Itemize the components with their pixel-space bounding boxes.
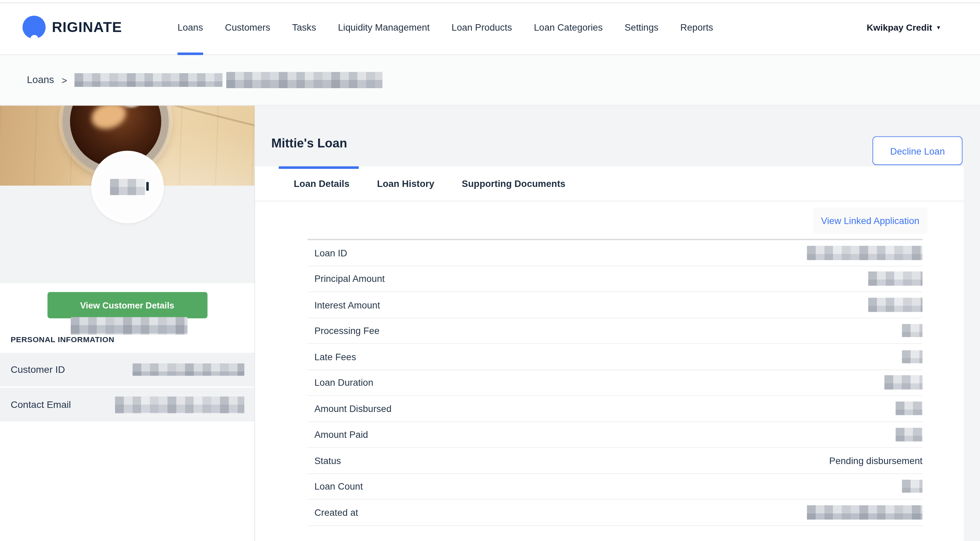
content-region: View Customer Details PERSONAL INFORMATI… — [0, 105, 980, 541]
tab-loan-details[interactable]: Loan Details — [294, 178, 350, 188]
table-row-loan-id: Loan ID — [308, 240, 923, 266]
account-menu[interactable]: Kwikpay Credit ▾ — [867, 22, 940, 32]
chevron-down-icon: ▾ — [937, 24, 940, 30]
customer-id-row: Customer ID — [0, 353, 255, 386]
row-label: Loan Duration — [314, 377, 373, 388]
row-label: Amount Paid — [314, 429, 368, 440]
customer-name-redacted — [71, 317, 188, 334]
loan-header: Mittie's Loan Decline Loan — [255, 105, 980, 166]
app-window: RIGINATE Loans Customers Tasks Liquidity… — [0, 0, 980, 541]
top-nav-bar: RIGINATE Loans Customers Tasks Liquidity… — [0, 0, 980, 55]
redacted-value — [902, 350, 923, 363]
primary-nav: Loans Customers Tasks Liquidity Manageme… — [178, 0, 713, 55]
customer-id-label: Customer ID — [11, 364, 65, 375]
breadcrumb-separator: > — [62, 75, 67, 85]
table-row-interest-amount: Interest Amount — [308, 292, 923, 318]
loan-card: Loan Details Loan History Supporting Doc… — [255, 166, 964, 541]
row-label: Processing Fee — [314, 326, 379, 336]
breadcrumb-redacted-segment — [75, 73, 223, 87]
row-label: Status — [314, 455, 341, 466]
loan-main-area: Mittie's Loan Decline Loan Loan Details … — [255, 105, 980, 541]
redacted-value — [902, 480, 923, 493]
active-tab-indicator — [279, 166, 359, 169]
contact-email-label: Contact Email — [11, 399, 71, 410]
tab-supporting-documents[interactable]: Supporting Documents — [462, 178, 566, 188]
table-row-loan-count: Loan Count — [308, 474, 923, 500]
row-label: Principal Amount — [314, 273, 385, 284]
avatar-initials-fragment — [146, 182, 149, 191]
row-label: Created at — [314, 507, 358, 517]
table-row-amount-disbursed: Amount Disbursed — [308, 396, 923, 422]
nav-item-tasks[interactable]: Tasks — [292, 0, 316, 55]
redacted-value — [896, 428, 923, 441]
logo-circle-icon — [22, 16, 46, 39]
table-row-principal-amount: Principal Amount — [308, 266, 923, 292]
brand-logo[interactable]: RIGINATE — [22, 16, 178, 39]
redacted-value — [902, 324, 923, 337]
loan-details-panel: View Linked Application Loan ID Principa… — [255, 201, 964, 541]
redacted-value — [896, 402, 923, 415]
redacted-value — [885, 375, 923, 389]
breadcrumb: Loans > — [0, 55, 980, 106]
loan-tabs: Loan Details Loan History Supporting Doc… — [255, 166, 964, 201]
table-row-status: Status Pending disbursement — [308, 448, 923, 474]
row-label: Amount Disbursed — [314, 403, 392, 414]
customer-sidebar: View Customer Details PERSONAL INFORMATI… — [0, 105, 255, 541]
view-linked-application-link[interactable]: View Linked Application — [821, 215, 920, 226]
row-label: Loan Count — [314, 481, 363, 492]
nav-item-loan-categories[interactable]: Loan Categories — [534, 0, 603, 55]
contact-email-row: Contact Email — [0, 388, 255, 421]
nav-item-reports[interactable]: Reports — [680, 0, 713, 55]
table-row-created-at: Created at — [308, 500, 923, 526]
table-row-processing-fee: Processing Fee — [308, 318, 923, 344]
view-customer-details-button[interactable]: View Customer Details — [47, 292, 207, 318]
loan-details-table: Loan ID Principal Amount Interest Amount — [308, 239, 923, 526]
redacted-value — [807, 246, 923, 260]
personal-information-title: PERSONAL INFORMATION — [11, 335, 254, 344]
contact-email-value-redacted — [115, 396, 244, 413]
loan-title: Mittie's Loan — [271, 136, 347, 150]
row-label: Loan ID — [314, 247, 347, 258]
brand-name: RIGINATE — [52, 19, 122, 36]
redacted-value — [868, 298, 923, 312]
decline-loan-button[interactable]: Decline Loan — [872, 136, 962, 165]
breadcrumb-redacted-segment — [227, 72, 383, 88]
profile-section — [0, 186, 255, 284]
row-label: Interest Amount — [314, 299, 380, 310]
tab-loan-history[interactable]: Loan History — [377, 178, 434, 188]
table-row-amount-paid: Amount Paid — [308, 422, 923, 448]
nav-item-liquidity-management[interactable]: Liquidity Management — [338, 0, 430, 55]
avatar-initials-redacted — [110, 179, 145, 195]
nav-item-loans[interactable]: Loans — [178, 0, 203, 55]
table-row-late-fees: Late Fees — [308, 344, 923, 370]
breadcrumb-root-link[interactable]: Loans — [27, 75, 54, 86]
nav-item-loan-products[interactable]: Loan Products — [452, 0, 512, 55]
account-menu-label: Kwikpay Credit — [867, 22, 932, 32]
sidebar-lower-section: View Customer Details PERSONAL INFORMATI… — [0, 283, 255, 421]
table-row-loan-duration: Loan Duration — [308, 370, 923, 396]
nav-item-customers[interactable]: Customers — [225, 0, 270, 55]
avatar — [94, 153, 161, 220]
redacted-value — [807, 505, 923, 520]
redacted-value — [868, 272, 923, 286]
customer-id-value-redacted — [132, 363, 244, 376]
nav-item-settings[interactable]: Settings — [624, 0, 659, 55]
view-linked-application-box: View Linked Application — [813, 208, 928, 234]
row-label: Late Fees — [314, 351, 356, 362]
status-value: Pending disbursement — [829, 455, 923, 466]
